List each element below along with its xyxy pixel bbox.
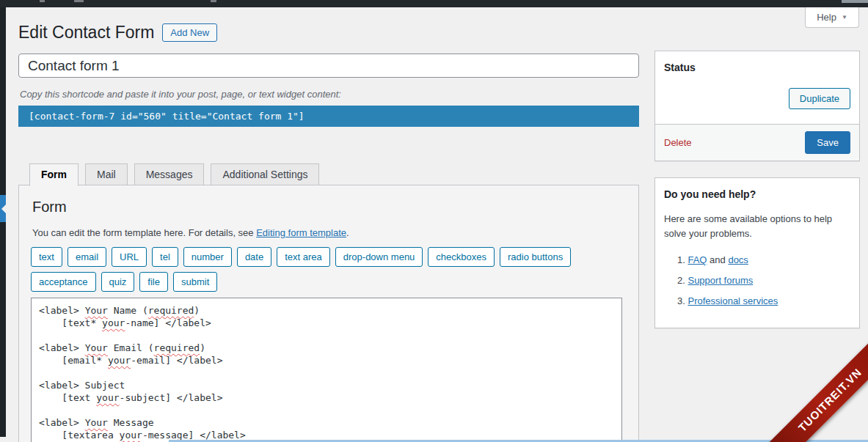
main-content: Edit Contact Form Add New Copy this shor…	[18, 7, 639, 442]
editor-tabs: FormMailMessagesAdditional Settings	[18, 163, 639, 185]
help-button-label: Help	[817, 12, 836, 23]
code-text: Email (	[108, 342, 154, 353]
tab-messages[interactable]: Messages	[134, 163, 205, 185]
watermark-text: TUOITREIT.VN	[759, 328, 868, 442]
tag-button-tel[interactable]: tel	[152, 247, 178, 267]
help-links-list: 1. FAQ and docs2. Support forums3. Profe…	[677, 254, 859, 306]
misspelled-word: your	[96, 392, 119, 403]
code-line	[39, 367, 614, 379]
code-text: Message	[108, 417, 154, 428]
tag-button-checkboxes[interactable]: checkboxes	[428, 247, 495, 267]
form-tab-panel: Form You can edit the form template here…	[18, 185, 639, 442]
help-link-docs[interactable]: docs	[728, 254, 748, 265]
current-menu-indicator[interactable]	[0, 195, 6, 222]
help-button[interactable]: Help ▼	[805, 7, 859, 28]
form-title-input[interactable]	[18, 54, 639, 78]
misspelled-word: your	[108, 355, 131, 366]
code-text: -subject] </label>	[120, 392, 223, 403]
help-link-professional-services[interactable]: Professional services	[688, 295, 778, 306]
tag-button-text[interactable]: text	[31, 247, 62, 267]
code-text: -email] </label>	[131, 355, 222, 366]
code-text: Name (	[108, 305, 148, 316]
code-text: -name] </label>	[125, 317, 211, 328]
tag-button-file[interactable]: file	[139, 272, 168, 292]
scrollbar-fragment	[842, 0, 868, 3]
sidebar: Status Duplicate Delete Save Do you need…	[654, 51, 860, 328]
page-title: Edit Contact Form	[18, 23, 154, 43]
code-line: <label> Your Name (required)	[39, 304, 614, 317]
tag-button-number[interactable]: number	[183, 247, 232, 267]
tab-additional-settings[interactable]: Additional Settings	[211, 163, 319, 185]
status-footer: Delete Save	[655, 124, 859, 161]
tab-form[interactable]: Form	[29, 163, 79, 186]
adminbar-text-fragment	[40, 0, 45, 2]
code-line: <label> Your Email (required)	[39, 342, 614, 354]
tag-button-submit[interactable]: submit	[173, 272, 217, 292]
help-box-title: Do you need help?	[655, 178, 859, 200]
admin-top-bar	[0, 0, 868, 7]
code-line: [text your-subject] </label>	[39, 391, 614, 404]
tag-button-quiz[interactable]: quiz	[101, 272, 135, 292]
link-editing-form-template[interactable]: Editing form template	[256, 227, 346, 238]
code-text: <label>	[39, 342, 85, 353]
save-button[interactable]: Save	[805, 131, 850, 154]
list-number: 3.	[677, 295, 688, 306]
misspelled-word: required	[154, 342, 200, 353]
code-text: [textarea	[39, 430, 120, 441]
misspelled-word: Your	[85, 417, 108, 428]
shortcode-hint: Copy this shortcode and paste it into yo…	[20, 89, 639, 100]
code-text: <label>	[39, 305, 85, 316]
code-line: [text* your-name] </label>	[39, 317, 614, 329]
misspelled-word: your	[102, 317, 125, 328]
code-text: -message] </label>	[142, 430, 246, 441]
code-text: )	[194, 305, 200, 316]
status-box: Status Duplicate Delete Save	[654, 51, 860, 161]
tag-button-acceptance[interactable]: acceptance	[31, 272, 96, 292]
tag-button-drop-down-menu[interactable]: drop-down menu	[335, 247, 423, 267]
help-link-support-forums[interactable]: Support forums	[688, 275, 753, 286]
tag-generator-buttons: textemailURLtelnumberdatetext areadrop-d…	[31, 247, 627, 292]
code-text: [text*	[39, 317, 102, 328]
delete-link[interactable]: Delete	[664, 137, 692, 148]
adminbar-text-fragment	[74, 0, 84, 2]
code-text: [text	[39, 392, 96, 403]
watermark-ribbon: TUOITREIT.VN	[751, 325, 868, 442]
list-number: 2.	[677, 275, 688, 286]
help-text: and	[707, 254, 728, 265]
panel-description: You can edit the form template here. For…	[32, 227, 627, 238]
list-number: 1.	[677, 254, 688, 265]
code-line	[39, 329, 614, 342]
admin-sidebar-collapsed	[0, 7, 6, 437]
duplicate-row: Duplicate	[655, 73, 859, 124]
code-text: [email*	[39, 355, 108, 366]
misspelled-word: your	[120, 430, 142, 441]
description-text: You can edit the form template here. For…	[32, 227, 256, 238]
help-list-item: 1. FAQ and docs	[677, 254, 859, 265]
code-line: <label> Subject	[39, 379, 614, 391]
add-new-button[interactable]: Add New	[162, 23, 217, 42]
code-line	[39, 404, 614, 416]
code-line: [email* your-email] </label>	[39, 354, 614, 367]
duplicate-button[interactable]: Duplicate	[789, 88, 850, 109]
help-box: Do you need help? Here are some availabl…	[654, 177, 860, 328]
tag-button-date[interactable]: date	[237, 247, 271, 267]
code-text: )	[200, 342, 205, 353]
tag-button-radio-buttons[interactable]: radio buttons	[500, 247, 571, 267]
adminbar-text-fragment	[211, 0, 216, 2]
help-list-item: 3. Professional services	[677, 295, 859, 306]
help-link-faq[interactable]: FAQ	[688, 254, 707, 265]
tag-button-text-area[interactable]: text area	[277, 247, 330, 267]
shortcode-text: [contact-form-7 id="560" title="Contact …	[29, 111, 304, 122]
page-header: Edit Contact Form Add New	[18, 21, 639, 44]
tag-button-url[interactable]: URL	[112, 247, 147, 267]
chevron-down-icon: ▼	[842, 14, 847, 21]
code-text: <label>	[39, 417, 85, 428]
description-text: .	[346, 227, 349, 238]
shortcode-field[interactable]: [contact-form-7 id="560" title="Contact …	[18, 106, 639, 127]
status-box-title: Status	[655, 51, 859, 73]
misspelled-word: Your	[85, 342, 108, 353]
tab-mail[interactable]: Mail	[85, 163, 128, 185]
help-list-item: 2. Support forums	[677, 275, 859, 286]
tag-button-email[interactable]: email	[68, 247, 106, 267]
form-template-textarea[interactable]: <label> Your Name (required) [text* your…	[31, 298, 622, 442]
